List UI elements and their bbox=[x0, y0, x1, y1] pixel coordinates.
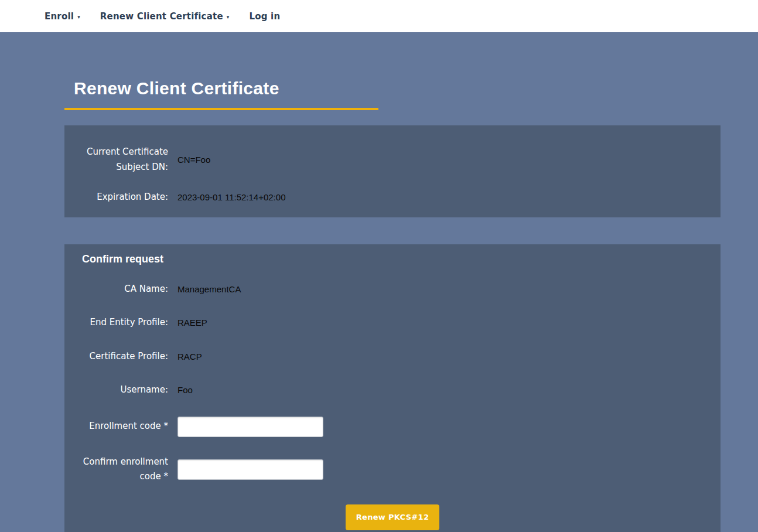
nav-item-enroll[interactable]: Enroll ▾ bbox=[45, 11, 80, 22]
confirm-enrollment-code-label: Confirm enrollment code * bbox=[64, 455, 168, 485]
ca-name-row: CA Name: ManagementCA bbox=[64, 282, 721, 297]
chevron-down-icon: ▾ bbox=[77, 14, 80, 20]
end-entity-profile-value: RAEEP bbox=[177, 318, 207, 328]
username-value: Foo bbox=[177, 385, 193, 395]
username-label: Username: bbox=[64, 383, 168, 398]
ca-name-label: CA Name: bbox=[64, 282, 168, 297]
current-certificate-panel: Current Certificate Subject DN: CN=Foo E… bbox=[64, 125, 721, 217]
end-entity-profile-label: End Entity Profile: bbox=[64, 315, 168, 330]
expiration-date-row: Expiration Date: 2023-09-01 11:52:14+02:… bbox=[64, 190, 721, 205]
ca-name-value: ManagementCA bbox=[177, 284, 241, 294]
nav-item-login-label: Log in bbox=[249, 11, 280, 22]
confirm-request-panel: Confirm request CA Name: ManagementCA En… bbox=[64, 244, 721, 532]
subject-dn-row: Current Certificate Subject DN: CN=Foo bbox=[64, 145, 721, 175]
expiration-date-value: 2023-09-01 11:52:14+02:00 bbox=[177, 192, 285, 202]
end-entity-profile-row: End Entity Profile: RAEEP bbox=[64, 315, 721, 330]
certificate-profile-row: Certificate Profile: RACP bbox=[64, 349, 721, 364]
chevron-down-icon: ▾ bbox=[227, 14, 230, 20]
subject-dn-label: Current Certificate Subject DN: bbox=[64, 145, 168, 175]
confirm-enrollment-code-row: Confirm enrollment code * bbox=[64, 455, 721, 485]
enrollment-code-input[interactable] bbox=[177, 417, 323, 437]
expiration-date-label: Expiration Date: bbox=[64, 190, 168, 205]
username-row: Username: Foo bbox=[64, 383, 721, 398]
top-navbar: Enroll ▾ Renew Client Certificate ▾ Log … bbox=[0, 0, 758, 32]
certificate-profile-value: RACP bbox=[177, 352, 202, 362]
nav-item-renew-label: Renew Client Certificate bbox=[100, 11, 223, 22]
subject-dn-value: CN=Foo bbox=[177, 155, 210, 165]
nav-item-login[interactable]: Log in bbox=[249, 11, 280, 22]
certificate-profile-label: Certificate Profile: bbox=[64, 349, 168, 364]
confirm-request-heading: Confirm request bbox=[82, 253, 721, 265]
renew-pkcs12-button[interactable]: Renew PKCS#12 bbox=[346, 504, 439, 530]
page-title: Renew Client Certificate bbox=[74, 79, 378, 98]
enrollment-code-row: Enrollment code * bbox=[64, 417, 721, 437]
page-title-underline: Renew Client Certificate bbox=[64, 79, 378, 110]
nav-item-renew-client-certificate[interactable]: Renew Client Certificate ▾ bbox=[100, 11, 230, 22]
enrollment-code-label: Enrollment code * bbox=[64, 419, 168, 434]
nav-item-enroll-label: Enroll bbox=[45, 11, 74, 22]
confirm-enrollment-code-input[interactable] bbox=[177, 459, 323, 480]
